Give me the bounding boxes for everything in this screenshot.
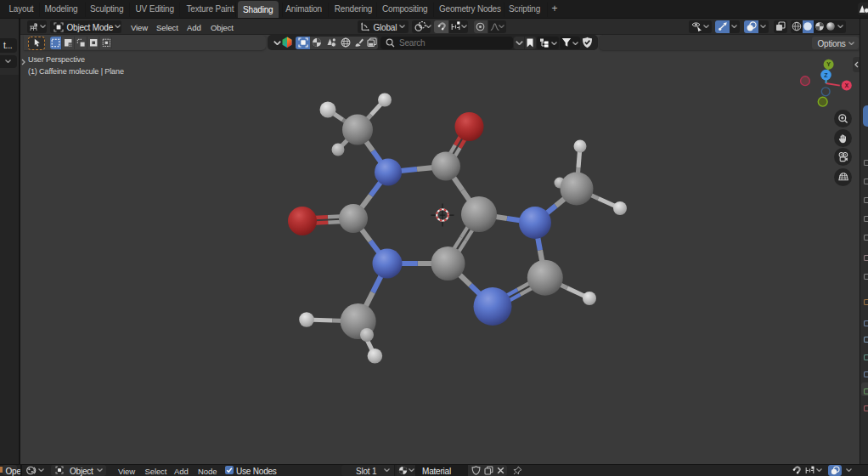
- svg-text:X: X: [844, 82, 848, 88]
- svg-text:Z: Z: [824, 72, 828, 78]
- svg-text:Y: Y: [826, 61, 831, 67]
